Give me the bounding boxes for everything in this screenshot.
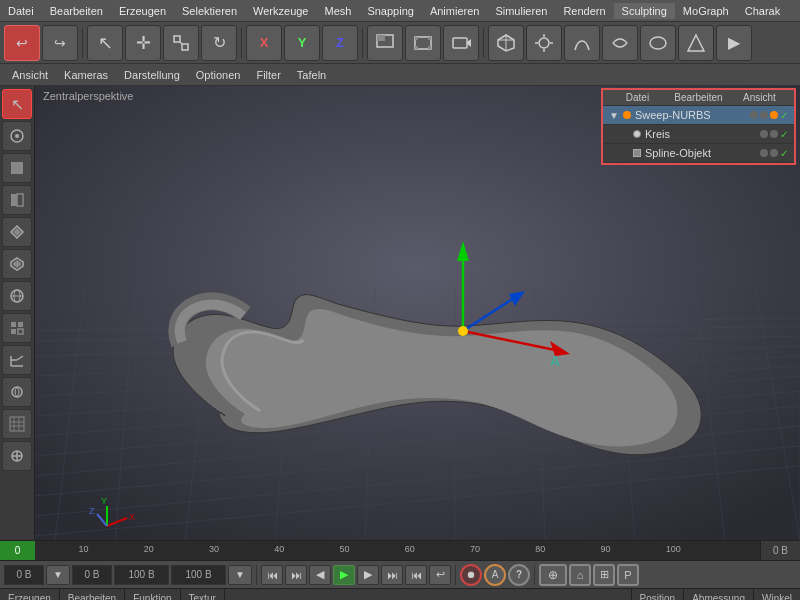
toolbar-scale[interactable] [163, 25, 199, 61]
menu-simulieren[interactable]: Simulieren [487, 3, 555, 19]
bc-dropdown-1[interactable]: ▼ [46, 565, 70, 585]
panel-header-ansicht[interactable]: Ansicht [729, 92, 790, 103]
toolbar-cube[interactable] [488, 25, 524, 61]
cb-home[interactable]: ⌂ [569, 564, 591, 586]
sidebar-btn-8[interactable] [2, 313, 32, 343]
bc-dropdown-2[interactable]: ▼ [228, 565, 252, 585]
menu-animieren[interactable]: Animieren [422, 3, 488, 19]
sweep-nurbs-expand-icon[interactable]: ▼ [609, 110, 619, 121]
sidebar-btn-7[interactable] [2, 281, 32, 311]
tl-marker-70: 70 [470, 544, 480, 554]
sidebar-select-tool[interactable]: ↖ [2, 89, 32, 119]
tl-marker-80: 80 [535, 544, 545, 554]
kreis-ctrl1[interactable] [760, 130, 768, 138]
timeline-start[interactable]: 0 [0, 541, 35, 560]
toolbar-nurbs[interactable] [602, 25, 638, 61]
status-erzeugen[interactable]: Erzeugen [0, 589, 60, 600]
spline-check[interactable]: ✓ [780, 148, 788, 159]
pb-prev[interactable]: ◀ [309, 565, 331, 585]
toolbar2-ansicht[interactable]: Ansicht [4, 67, 56, 83]
svg-rect-9 [428, 46, 431, 49]
toolbar-shader[interactable] [678, 25, 714, 61]
toolbar-render-preview[interactable] [367, 25, 403, 61]
kreis-check[interactable]: ✓ [780, 129, 788, 140]
cb-settings[interactable]: P [617, 564, 639, 586]
toolbar2-darstellung[interactable]: Darstellung [116, 67, 188, 83]
cb-help[interactable]: ? [508, 564, 530, 586]
sidebar-btn-12[interactable] [2, 441, 32, 471]
toolbar2-optionen[interactable]: Optionen [188, 67, 249, 83]
object-row-spline[interactable]: Spline-Objekt ✓ [603, 144, 794, 163]
spline-ctrl2[interactable] [770, 149, 778, 157]
panel-header-bearbeiten[interactable]: Bearbeiten [668, 92, 729, 103]
toolbar-y[interactable]: Y [284, 25, 320, 61]
pb-loop[interactable]: ↩ [429, 565, 451, 585]
ctrl-dot2[interactable] [760, 111, 768, 119]
toolbar-deformer[interactable] [640, 25, 676, 61]
timeline-end[interactable]: 0 B [760, 541, 800, 560]
pb-prev-key[interactable]: ⏭ [285, 565, 307, 585]
kreis-ctrl2[interactable] [770, 130, 778, 138]
toolbar-film[interactable] [405, 25, 441, 61]
pb-first[interactable]: ⏮ [261, 565, 283, 585]
toolbar-select[interactable]: ↖ [87, 25, 123, 61]
menu-mesh[interactable]: Mesh [316, 3, 359, 19]
menu-datei[interactable]: Datei [0, 3, 42, 19]
spline-ctrl1[interactable] [760, 149, 768, 157]
sidebar-btn-10[interactable] [2, 377, 32, 407]
toolbar-move[interactable]: ✛ [125, 25, 161, 61]
toolbar-redo[interactable]: ↪ [42, 25, 78, 61]
toolbar-light[interactable] [526, 25, 562, 61]
status-funktion[interactable]: Funktion [125, 589, 180, 600]
panel-header-datei[interactable]: Datei [607, 92, 668, 103]
svg-rect-10 [453, 38, 467, 48]
menu-charak[interactable]: Charak [737, 3, 788, 19]
sep4 [483, 28, 484, 58]
menu-mograph[interactable]: MoGraph [675, 3, 737, 19]
toolbar-spline[interactable] [564, 25, 600, 61]
viewport-3d[interactable]: Zentralperspektive [35, 86, 800, 540]
cb-auto[interactable]: A [484, 564, 506, 586]
sidebar-btn-5[interactable] [2, 217, 32, 247]
sidebar-btn-6[interactable] [2, 249, 32, 279]
menu-rendern[interactable]: Rendern [555, 3, 613, 19]
menu-bearbeiten[interactable]: Bearbeiten [42, 3, 111, 19]
sidebar-btn-3[interactable] [2, 153, 32, 183]
object-row-kreis[interactable]: Kreis ✓ [603, 125, 794, 144]
toolbar2-filter[interactable]: Filter [248, 67, 288, 83]
cb-fullscreen[interactable]: ⊞ [593, 564, 615, 586]
timeline-track[interactable]: 10 20 30 40 50 60 70 80 90 100 [35, 541, 760, 560]
toolbar2-kameras[interactable]: Kameras [56, 67, 116, 83]
pb-next[interactable]: ▶ [357, 565, 379, 585]
sweep-nurbs-controls: ✓ [750, 110, 788, 121]
ctrl-check-green[interactable]: ✓ [780, 110, 788, 121]
cb-record[interactable]: ⏺ [460, 564, 482, 586]
menu-selektieren[interactable]: Selektieren [174, 3, 245, 19]
toolbar-z[interactable]: Z [322, 25, 358, 61]
toolbar-rotate[interactable]: ↻ [201, 25, 237, 61]
sidebar-btn-11[interactable] [2, 409, 32, 439]
ctrl-dot1[interactable] [750, 111, 758, 119]
object-row-sweep-nurbs[interactable]: ▼ Sweep-NURBS ✓ [603, 106, 794, 125]
menu-erzeugen[interactable]: Erzeugen [111, 3, 174, 19]
menu-werkzeuge[interactable]: Werkzeuge [245, 3, 316, 19]
pb-next-key[interactable]: ⏭ [381, 565, 403, 585]
sidebar-btn-9[interactable] [2, 345, 32, 375]
toolbar-more[interactable]: ▶ [716, 25, 752, 61]
status-textur[interactable]: Textur [181, 589, 225, 600]
toolbar-undo[interactable]: ↩ [4, 25, 40, 61]
sidebar-btn-2[interactable] [2, 121, 32, 151]
sidebar-icon-11 [9, 416, 25, 432]
ctrl-dot-orange[interactable] [770, 111, 778, 119]
pb-play[interactable]: ▶ [333, 565, 355, 585]
toolbar-x[interactable]: X [246, 25, 282, 61]
sidebar-btn-4[interactable] [2, 185, 32, 215]
cb-arrows[interactable]: ⊕ [539, 564, 567, 586]
light-icon [534, 33, 554, 53]
toolbar2-tafeln[interactable]: Tafeln [289, 67, 334, 83]
pb-last[interactable]: ⏮ [405, 565, 427, 585]
menu-snapping[interactable]: Snapping [359, 3, 422, 19]
status-bearbeiten[interactable]: Bearbeiten [60, 589, 125, 600]
menu-sculpting[interactable]: Sculpting [614, 3, 675, 19]
toolbar-camera[interactable] [443, 25, 479, 61]
